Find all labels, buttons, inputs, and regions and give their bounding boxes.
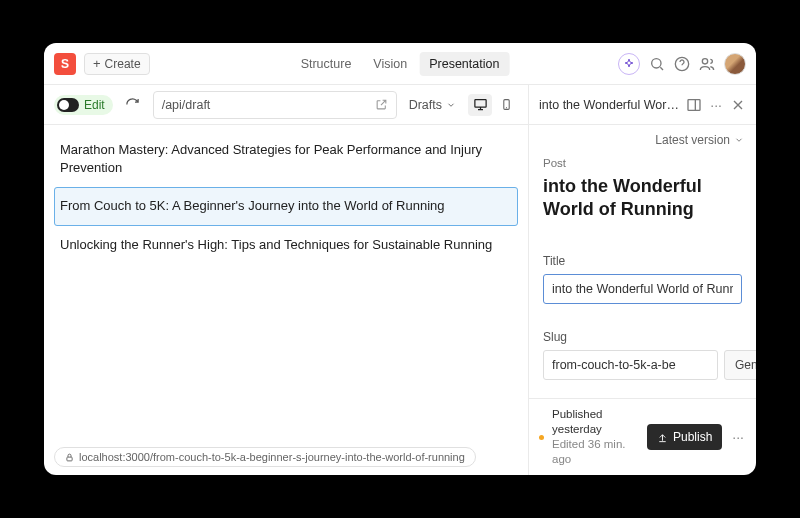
- publish-button[interactable]: Publish: [647, 424, 722, 450]
- topbar-right: [618, 53, 746, 75]
- slug-field-label: Slug: [543, 330, 742, 344]
- url-input[interactable]: /api/draft: [153, 91, 397, 119]
- list-item[interactable]: Marathon Mastery: Advanced Strategies fo…: [54, 131, 518, 187]
- status-dot: [539, 435, 544, 440]
- list-item[interactable]: Unlocking the Runner's High: Tips and Te…: [54, 226, 518, 264]
- panel-title: into the Wonderful World of R...: [539, 98, 680, 112]
- app-window: S + Create Structure Vision Presentation: [44, 43, 756, 475]
- create-label: Create: [105, 57, 141, 71]
- doc-title: into the Wonderful World of Running: [543, 175, 742, 222]
- edit-label: Edit: [84, 98, 105, 112]
- desktop-button[interactable]: [468, 94, 492, 116]
- help-icon[interactable]: [674, 56, 690, 72]
- mobile-button[interactable]: [494, 94, 518, 116]
- lock-icon: [65, 453, 74, 462]
- doc-type-label: Post: [543, 157, 742, 169]
- published-line: Published yesterday: [552, 407, 639, 437]
- refresh-button[interactable]: [121, 93, 145, 117]
- publish-status: Published yesterday Edited 36 min. ago: [552, 407, 639, 467]
- svg-point-2: [702, 58, 707, 63]
- nav-tabs: Structure Vision Presentation: [291, 52, 510, 76]
- chevron-down-icon: [734, 135, 744, 145]
- topbar: S + Create Structure Vision Presentation: [44, 43, 756, 85]
- upload-icon: [657, 432, 668, 443]
- close-icon[interactable]: [730, 97, 746, 113]
- drafts-label: Drafts: [409, 98, 442, 112]
- version-dropdown[interactable]: Latest version: [655, 133, 744, 147]
- preview-toolbar: Edit /api/draft Drafts: [44, 85, 528, 125]
- url-text: /api/draft: [162, 98, 211, 112]
- panel-body: Post into the Wonderful World of Running…: [529, 151, 756, 398]
- side-panel: into the Wonderful World of R... ··· Lat…: [528, 85, 756, 475]
- panel-footer: Published yesterday Edited 36 min. ago P…: [529, 398, 756, 475]
- slug-row: Generate: [543, 350, 742, 380]
- edited-line: Edited 36 min. ago: [552, 437, 639, 467]
- sparkle-icon[interactable]: [618, 53, 640, 75]
- list-item[interactable]: From Couch to 5K: A Beginner's Journey i…: [54, 187, 518, 225]
- logo[interactable]: S: [54, 53, 76, 75]
- status-bar: localhost:3000/from-couch-to-5k-a-beginn…: [44, 441, 528, 475]
- device-toggle: [468, 94, 518, 116]
- tab-structure[interactable]: Structure: [291, 52, 362, 76]
- generate-button[interactable]: Generate: [724, 350, 756, 380]
- avatar[interactable]: [724, 53, 746, 75]
- split-view-icon[interactable]: [686, 97, 702, 113]
- title-input[interactable]: [543, 274, 742, 304]
- users-icon[interactable]: [699, 56, 715, 72]
- status-pill[interactable]: localhost:3000/from-couch-to-5k-a-beginn…: [54, 447, 476, 467]
- search-icon[interactable]: [649, 56, 665, 72]
- svg-rect-5: [67, 457, 72, 461]
- status-url: localhost:3000/from-couch-to-5k-a-beginn…: [79, 451, 465, 463]
- main-pane: Edit /api/draft Drafts: [44, 85, 528, 475]
- more-icon[interactable]: ···: [730, 429, 746, 445]
- plus-icon: +: [93, 57, 101, 70]
- tab-presentation[interactable]: Presentation: [419, 52, 509, 76]
- slug-input[interactable]: [543, 350, 718, 380]
- title-field-label: Title: [543, 254, 742, 268]
- external-icon[interactable]: [375, 98, 388, 111]
- version-row: Latest version: [529, 125, 756, 151]
- chevron-down-icon: [446, 100, 456, 110]
- edit-toggle[interactable]: Edit: [54, 95, 113, 115]
- more-icon[interactable]: ···: [708, 97, 724, 113]
- drafts-dropdown[interactable]: Drafts: [405, 98, 460, 112]
- toggle-switch: [57, 98, 79, 112]
- svg-rect-3: [474, 100, 485, 108]
- preview-content: Marathon Mastery: Advanced Strategies fo…: [44, 125, 528, 441]
- create-button[interactable]: + Create: [84, 53, 150, 75]
- version-label: Latest version: [655, 133, 730, 147]
- body: Edit /api/draft Drafts: [44, 85, 756, 475]
- svg-rect-6: [688, 99, 700, 110]
- svg-point-0: [652, 58, 661, 67]
- publish-label: Publish: [673, 430, 712, 444]
- panel-header: into the Wonderful World of R... ···: [529, 85, 756, 125]
- tab-vision[interactable]: Vision: [363, 52, 417, 76]
